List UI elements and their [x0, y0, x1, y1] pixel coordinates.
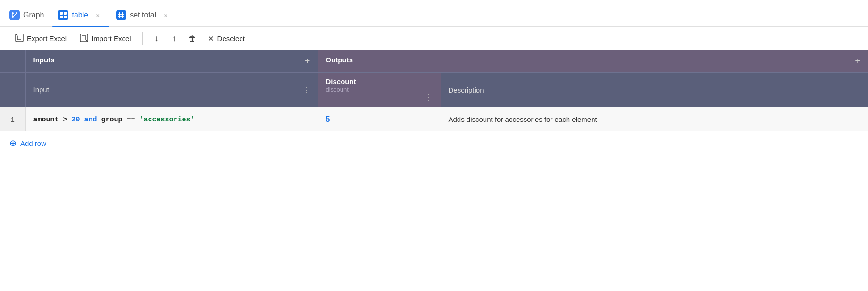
table-container: Inputs + Outputs + Input ⋮ Discount disc…	[0, 50, 868, 131]
code-amount: amount >	[33, 116, 72, 124]
svg-line-9	[119, 12, 120, 18]
discount-value: 5	[326, 115, 330, 123]
trash-icon: 🗑	[188, 34, 196, 43]
svg-rect-8	[64, 16, 67, 18]
tab-bar: Graph table × set total ×	[0, 0, 868, 27]
row-discount-cell[interactable]: 5	[318, 107, 441, 132]
hash-icon	[116, 10, 126, 20]
export-excel-button[interactable]: Export Excel	[9, 31, 72, 46]
toolbar-divider	[142, 32, 143, 45]
description-col-label: Description	[449, 86, 484, 94]
svg-rect-5	[60, 12, 63, 15]
discount-col-name: Discount	[326, 77, 433, 86]
delete-button[interactable]: 🗑	[184, 31, 200, 47]
input-col-menu[interactable]: ⋮	[302, 86, 310, 94]
arrow-down-icon: ↓	[154, 34, 159, 43]
export-excel-label: Export Excel	[27, 34, 67, 43]
outputs-header-label: Outputs	[326, 56, 353, 64]
move-down-button[interactable]: ↓	[149, 31, 165, 47]
description-text: Adds discount for accessories for each e…	[449, 115, 597, 123]
section-header-rownum-cell	[0, 50, 25, 73]
section-header-row: Inputs + Outputs +	[0, 50, 868, 73]
col-header-input: Input ⋮	[25, 73, 318, 107]
import-excel-button[interactable]: Import Excel	[74, 31, 136, 46]
discount-col-subname: discount	[326, 86, 433, 93]
outputs-header-cell: Outputs +	[318, 50, 868, 73]
row-number: 1	[11, 115, 15, 123]
tab-graph-label: Graph	[23, 11, 44, 19]
code-expression: amount > 20 and group == 'accessories'	[33, 116, 195, 124]
inputs-header-label: Inputs	[33, 56, 55, 64]
svg-line-10	[122, 12, 123, 18]
tab-graph[interactable]: Graph	[4, 4, 51, 26]
row-input-cell[interactable]: amount > 20 and group == 'accessories'	[25, 107, 318, 132]
move-up-button[interactable]: ↑	[167, 31, 183, 47]
code-group: group ==	[101, 116, 140, 124]
tab-set-total-close[interactable]: ×	[161, 11, 170, 19]
col-header-discount: Discount discount ⋮	[318, 73, 441, 107]
table-row: 1 amount > 20 and group == 'accessories'…	[0, 107, 868, 132]
export-excel-icon	[15, 34, 24, 43]
tab-set-total[interactable]: set total ×	[110, 4, 177, 26]
row-description-cell[interactable]: Adds discount for accessories for each e…	[441, 107, 868, 132]
tab-set-total-label: set total	[130, 11, 156, 19]
code-string-value: 'accessories'	[140, 116, 195, 124]
code-and-keyword: and	[80, 116, 101, 124]
discount-col-menu[interactable]: ⋮	[425, 93, 433, 102]
x-icon: ✕	[208, 34, 214, 43]
outputs-add-button[interactable]: +	[855, 56, 860, 67]
add-row-label: Add row	[20, 139, 46, 147]
tab-table-close[interactable]: ×	[93, 11, 102, 19]
row-num-cell: 1	[0, 107, 25, 132]
graph-icon	[9, 10, 20, 20]
import-excel-icon	[80, 34, 88, 43]
tab-table-label: table	[72, 11, 88, 19]
col-header-row: Input ⋮ Discount discount ⋮ Description	[0, 73, 868, 107]
table-icon	[58, 10, 68, 20]
arrow-up-icon: ↑	[172, 34, 176, 43]
deselect-button[interactable]: ✕ Deselect	[202, 32, 250, 46]
inputs-header-cell: Inputs +	[25, 50, 318, 73]
svg-rect-7	[60, 16, 63, 18]
import-excel-label: Import Excel	[92, 34, 131, 43]
svg-rect-6	[64, 12, 67, 15]
data-table: Inputs + Outputs + Input ⋮ Discount disc…	[0, 50, 868, 131]
inputs-add-button[interactable]: +	[305, 56, 310, 67]
col-input-label: Input	[33, 86, 49, 94]
code-number: 20	[72, 116, 80, 124]
add-row-bar[interactable]: ⊕ Add row	[0, 131, 868, 155]
col-header-description: Description	[441, 73, 868, 107]
col-header-rownum	[0, 73, 25, 107]
deselect-label: Deselect	[217, 34, 245, 43]
toolbar: Export Excel Import Excel ↓ ↑ 🗑 ✕ Desele…	[0, 27, 868, 50]
plus-circle-icon: ⊕	[9, 138, 17, 148]
tab-table[interactable]: table ×	[52, 4, 109, 26]
